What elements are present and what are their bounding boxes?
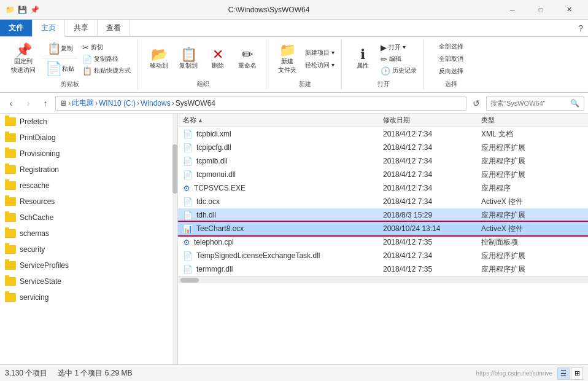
sidebar-item-printdialog[interactable]: PrintDialog <box>0 130 177 146</box>
back-button[interactable]: ‹ <box>4 96 18 111</box>
file-type-tcpbidi: XML 文档 <box>479 129 565 139</box>
maximize-button[interactable]: □ <box>527 0 555 20</box>
dll-icon-tcpmonui: 📄 <box>183 170 193 179</box>
search-input[interactable] <box>490 100 570 107</box>
copy-to-button[interactable]: 📋 复制到 <box>175 45 202 73</box>
tab-share[interactable]: 共享 <box>65 20 98 36</box>
close-button[interactable]: ✕ <box>555 0 583 20</box>
select-none-button[interactable]: 全部取消 <box>437 54 465 64</box>
sidebar-item-provisioning[interactable]: Provisioning <box>0 146 177 162</box>
sidebar-item-schemas[interactable]: schemas <box>0 226 177 242</box>
edit-button[interactable]: ✏ 编辑 <box>379 54 419 65</box>
file-label-tempsigned: TempSignedLicenseExchangeTask.dll <box>196 251 320 260</box>
sidebar-label-printdialog: PrintDialog <box>20 133 56 142</box>
address-path[interactable]: 🖥 › 此电脑 › WIN10 (C:) › Windows › SysWOW6… <box>55 96 466 111</box>
search-box[interactable]: 🔍 <box>486 96 584 111</box>
easy-access-button[interactable]: 轻松访问 ▾ <box>303 60 336 70</box>
path-current: SysWOW64 <box>176 99 215 108</box>
rename-button[interactable]: ✏ 重命名 <box>234 45 261 73</box>
sidebar-item-servicestate[interactable]: ServiceState <box>0 273 177 289</box>
properties-button[interactable]: ℹ 属性 <box>349 45 376 73</box>
path-this-pc[interactable]: 此电脑 <box>72 98 94 108</box>
column-type[interactable]: 类型 <box>479 116 565 125</box>
file-row-tempsigned[interactable]: 📄 TempSignedLicenseExchangeTask.dll 2018… <box>178 249 588 262</box>
sidebar-item-serviceprofiles[interactable]: ServiceProfiles <box>0 257 177 273</box>
paste-shortcut-button[interactable]: 📋 粘贴快捷方式 <box>80 66 133 76</box>
file-date-tcpmib: 2018/4/12 7:34 <box>381 157 479 165</box>
sidebar-item-rescache[interactable]: rescache <box>0 178 177 194</box>
sidebar-item-resources[interactable]: Resources <box>0 194 177 210</box>
tab-file[interactable]: 文件 <box>0 20 33 36</box>
copy-button[interactable]: 📋 复制 <box>42 41 78 57</box>
file-row-telephon[interactable]: ⚙ telephon.cpl 2018/4/12 7:35 控制面板项 <box>178 235 588 249</box>
file-type-telephon: 控制面板项 <box>479 237 565 248</box>
delete-label: 删除 <box>212 61 224 70</box>
column-date[interactable]: 修改日期 <box>381 116 479 125</box>
tab-view[interactable]: 查看 <box>98 20 130 36</box>
file-label-tcpipcfg: tcpipcfg.dll <box>196 143 231 152</box>
file-row-tcpbidi[interactable]: 📄 tcpbidi.xml 2018/4/12 7:34 XML 文档 <box>178 127 588 141</box>
sidebar-item-schcache[interactable]: SchCache <box>0 210 177 226</box>
copy-paste-group: 📋 复制 📄 粘贴 <box>42 41 78 78</box>
folder-icon-prefetch <box>5 117 16 126</box>
horizontal-scrollbar[interactable] <box>178 276 588 283</box>
copy-path-button[interactable]: 📄 复制路径 <box>80 54 133 65</box>
up-button[interactable]: ↑ <box>38 96 53 111</box>
sidebar-label-schcache: SchCache <box>20 213 53 222</box>
forward-button[interactable]: › <box>21 96 36 111</box>
paste-label: 粘贴 <box>62 65 74 73</box>
folder-icon-servicing <box>5 293 16 302</box>
sidebar-item-servicing[interactable]: servicing <box>0 289 177 305</box>
delete-button[interactable]: ✕ 删除 <box>204 45 231 73</box>
select-all-button[interactable]: 全部选择 <box>437 42 465 52</box>
file-row-tcpipcfg[interactable]: 📄 tcpipcfg.dll 2018/4/12 7:34 应用程序扩展 <box>178 141 588 154</box>
window-controls: ─ □ ✕ <box>498 0 583 20</box>
pin-to-quickaccess-button[interactable]: 📌 固定到快速访问 <box>7 41 39 77</box>
help-button[interactable]: ? <box>573 20 588 36</box>
move-icon: 📂 <box>151 48 168 61</box>
details-view-button[interactable]: ☰ <box>557 367 570 380</box>
history-button[interactable]: 🕒 历史记录 <box>379 66 419 76</box>
select-group-label: 选择 <box>445 80 457 90</box>
sidebar-scrollbar[interactable] <box>172 114 177 364</box>
tab-home[interactable]: 主页 <box>33 20 65 37</box>
invert-selection-button[interactable]: 反向选择 <box>437 66 465 76</box>
path-drive[interactable]: WIN10 (C:) <box>99 99 136 108</box>
file-row-tcpsvcs[interactable]: ⚙ TCPSVCS.EXE 2018/4/12 7:34 应用程序 <box>178 181 588 195</box>
list-view-button[interactable]: ⊞ <box>571 367 583 380</box>
new-folder-button[interactable]: 📁 新建文件夹 <box>274 41 301 77</box>
refresh-button[interactable]: ↺ <box>469 96 484 111</box>
file-row-tcpmib[interactable]: 📄 tcpmib.dll 2018/4/12 7:34 应用程序扩展 <box>178 154 588 168</box>
paste-button[interactable]: 📄 粘贴 <box>42 60 78 78</box>
select-all-label: 全部选择 <box>439 42 463 51</box>
file-date-telephon: 2018/4/12 7:35 <box>381 238 479 246</box>
move-to-button[interactable]: 📂 移动到 <box>145 45 172 73</box>
pin-label: 固定到快速访问 <box>11 57 36 74</box>
sidebar-label-security: security <box>20 245 45 254</box>
copy-path-label: 复制路径 <box>94 55 118 63</box>
file-type-tcpsvcs: 应用程序 <box>479 183 565 194</box>
open-icon: ▶ <box>381 43 387 52</box>
file-row-termmgr[interactable]: 📄 termmgr.dll 2018/4/12 7:35 应用程序扩展 <box>178 262 588 276</box>
cut-button[interactable]: ✂ 剪切 <box>80 42 133 53</box>
file-row-teechart[interactable]: 📊 TeeChart8.ocx 2008/10/24 13:14 ActiveX… <box>178 222 588 235</box>
file-row-tdh[interactable]: 📄 tdh.dll 2018/8/3 15:29 应用程序扩展 <box>178 208 588 222</box>
folder-icon-title: 📁 <box>5 5 15 15</box>
open-button[interactable]: ▶ 打开 ▾ <box>379 42 419 53</box>
sidebar-label-servicing: servicing <box>20 293 48 302</box>
dll-icon-termmgr: 📄 <box>183 265 193 274</box>
new-item-button[interactable]: 新建项目 ▾ <box>303 48 336 58</box>
file-name-tdc: 📄 tdc.ocx <box>178 197 381 206</box>
easy-access-label: 轻松访问 ▾ <box>305 61 335 69</box>
sidebar-item-registration[interactable]: Registration <box>0 162 177 178</box>
folder-icon-rescache <box>5 181 16 190</box>
sidebar-item-security[interactable]: security <box>0 242 177 257</box>
column-name[interactable]: 名称 ▲ <box>178 116 381 125</box>
sidebar-item-prefetch[interactable]: Prefetch <box>0 114 177 130</box>
file-label-termmgr: termmgr.dll <box>196 265 233 273</box>
clipboard-buttons: 📌 固定到快速访问 📋 复制 📄 粘贴 ✂ <box>7 39 133 79</box>
minimize-button[interactable]: ─ <box>498 0 527 20</box>
file-row-tdc[interactable]: 📄 tdc.ocx 2018/4/12 7:34 ActiveX 控件 <box>178 195 588 208</box>
file-row-tcpmonui[interactable]: 📄 tcpmonui.dll 2018/4/12 7:34 应用程序扩展 <box>178 168 588 181</box>
path-windows[interactable]: Windows <box>141 99 171 108</box>
